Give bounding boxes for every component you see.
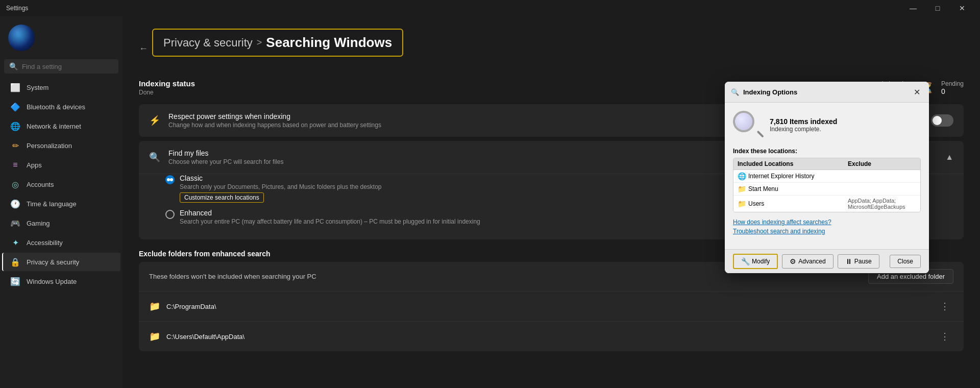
maximize-button[interactable]: □ bbox=[926, 0, 949, 16]
pause-label: Pause bbox=[854, 258, 872, 265]
sidebar-item-apps[interactable]: ≡ Apps bbox=[2, 156, 120, 174]
dialog-body: 7,810 Items indexed Indexing complete. I… bbox=[725, 103, 929, 249]
sidebar-label-system: System bbox=[27, 84, 48, 91]
magnifier-circle bbox=[733, 111, 754, 132]
back-button[interactable]: ← bbox=[139, 43, 148, 54]
apps-icon: ≡ bbox=[10, 160, 20, 170]
folder-more-1[interactable]: ⋮ bbox=[936, 329, 953, 344]
sidebar-label-apps: Apps bbox=[27, 161, 42, 169]
magnifier-handle bbox=[757, 131, 764, 138]
exclude-header-text: These folders won't be included when sea… bbox=[149, 273, 316, 280]
folder-left-1: 📁 C:\Users\Default\AppData\ bbox=[149, 331, 244, 342]
customize-link-btn[interactable]: Customize search locations bbox=[180, 192, 264, 203]
folder-left-0: 📁 C:\ProgramData\ bbox=[149, 301, 216, 312]
pending-label: Pending bbox=[941, 80, 964, 87]
titlebar: Settings — □ ✕ bbox=[0, 0, 980, 16]
indexing-left: Indexing status Done bbox=[139, 79, 195, 96]
find-files-info: Find my files Choose where your PC will … bbox=[168, 149, 283, 165]
power-desc: Change how and when indexing happens bas… bbox=[168, 122, 381, 129]
dialog-modify-button[interactable]: 🔧 Modify bbox=[733, 254, 778, 269]
breadcrumb-current: Searching Windows bbox=[266, 35, 392, 51]
update-icon: 🔄 bbox=[10, 276, 20, 286]
sidebar-item-personalization[interactable]: ✏ Personalization bbox=[2, 136, 120, 155]
search-input[interactable] bbox=[22, 63, 113, 70]
enhanced-info: Enhanced Search your entire PC (may affe… bbox=[180, 209, 480, 225]
dialog-status-text: Indexing complete. bbox=[770, 126, 837, 133]
stat-pending-info: Pending 0 bbox=[941, 80, 964, 95]
dialog-close-button[interactable]: ✕ bbox=[911, 86, 923, 98]
loc-name-0: 🌐 Internet Explorer History bbox=[733, 170, 844, 182]
window-controls: — □ ✕ bbox=[901, 0, 974, 16]
app-title: Settings bbox=[6, 5, 28, 12]
sidebar-item-time[interactable]: 🕐 Time & language bbox=[2, 195, 120, 213]
sidebar-label-personalization: Personalization bbox=[27, 142, 72, 150]
sidebar: 🔍 ⬜ System 🔷 Bluetooth & devices 🌐 Netwo… bbox=[0, 16, 122, 388]
close-button[interactable]: ✕ bbox=[950, 0, 974, 16]
breadcrumb: Privacy & security > Searching Windows bbox=[152, 29, 403, 57]
dialog-title-text: Indexing Options bbox=[743, 88, 797, 96]
enhanced-radio[interactable] bbox=[165, 210, 175, 219]
accounts-icon: ◎ bbox=[10, 179, 20, 189]
find-files-title: Find my files bbox=[168, 149, 283, 157]
system-icon: ⬜ bbox=[10, 82, 20, 92]
dialog-link-2[interactable]: Troubleshoot search and indexing bbox=[733, 228, 921, 235]
loc-folder-icon-0: 🌐 bbox=[738, 172, 746, 180]
sidebar-label-network: Network & internet bbox=[27, 123, 81, 130]
loc-name-text-1: Start Menu bbox=[748, 185, 778, 192]
locations-body: 🌐 Internet Explorer History 📁 Start Menu bbox=[733, 170, 920, 212]
network-icon: 🌐 bbox=[10, 121, 20, 131]
folder-path-0: C:\ProgramData\ bbox=[166, 303, 216, 310]
power-info: Respect power settings when indexing Cha… bbox=[168, 112, 381, 129]
accessibility-icon: ✦ bbox=[10, 237, 20, 248]
gaming-icon: 🎮 bbox=[10, 218, 20, 228]
find-files-left: 🔍 Find my files Choose where your PC wil… bbox=[149, 149, 283, 165]
sidebar-item-accessibility[interactable]: ✦ Accessibility bbox=[2, 233, 120, 252]
dialog-title-left: 🔍 Indexing Options bbox=[731, 88, 797, 96]
classic-radio[interactable] bbox=[165, 175, 175, 184]
sidebar-item-privacy[interactable]: 🔒 Privacy & security bbox=[2, 253, 120, 271]
col-exclude: Exclude bbox=[844, 158, 920, 169]
loc-exclude-2: AppData; AppData; MicrosoftEdgeBackups bbox=[844, 196, 920, 212]
enhanced-title: Enhanced bbox=[180, 209, 480, 217]
dialog-advanced-button[interactable]: ⚙ Advanced bbox=[782, 254, 833, 269]
dialog-count: 7,810 Items indexed bbox=[770, 117, 837, 126]
indexing-options-dialog: 🔍 Indexing Options ✕ 7,810 Items indexed… bbox=[725, 82, 929, 273]
bluetooth-icon: 🔷 bbox=[10, 102, 20, 112]
pause-icon: ⏸ bbox=[845, 257, 852, 265]
folder-path-1: C:\Users\Default\AppData\ bbox=[166, 333, 244, 341]
dialog-status: 7,810 Items indexed Indexing complete. bbox=[733, 111, 921, 139]
loc-name-text-0: Internet Explorer History bbox=[748, 173, 814, 180]
loc-folder-icon-1: 📁 bbox=[738, 185, 746, 193]
loc-name-1: 📁 Start Menu bbox=[733, 183, 844, 195]
sidebar-item-network[interactable]: 🌐 Network & internet bbox=[2, 117, 120, 135]
sidebar-item-update[interactable]: 🔄 Windows Update bbox=[2, 272, 120, 290]
folder-more-0[interactable]: ⋮ bbox=[936, 299, 953, 314]
sidebar-item-gaming[interactable]: 🎮 Gaming bbox=[2, 214, 120, 232]
sidebar-item-system[interactable]: ⬜ System bbox=[2, 78, 120, 96]
modify-label: Modify bbox=[752, 258, 770, 265]
power-toggle[interactable] bbox=[931, 114, 953, 127]
sidebar-item-accounts[interactable]: ◎ Accounts bbox=[2, 175, 120, 193]
personalization-icon: ✏ bbox=[10, 140, 20, 151]
indexing-done: Done bbox=[139, 89, 195, 96]
sidebar-label-accounts: Accounts bbox=[27, 181, 54, 188]
power-icon: ⚡ bbox=[149, 115, 160, 126]
magnifier-icon bbox=[733, 111, 762, 139]
folder-row-0: 📁 C:\ProgramData\ ⋮ bbox=[139, 292, 964, 322]
loc-row-2: 📁 Users AppData; AppData; MicrosoftEdgeB… bbox=[733, 196, 920, 212]
dialog-title-icon: 🔍 bbox=[731, 88, 739, 96]
dialog-close-btn[interactable]: Close bbox=[890, 255, 921, 268]
loc-exclude-0 bbox=[844, 174, 920, 178]
search-box[interactable]: 🔍 bbox=[4, 59, 118, 74]
sidebar-label-bluetooth: Bluetooth & devices bbox=[27, 103, 85, 111]
dialog-titlebar: 🔍 Indexing Options ✕ bbox=[725, 82, 929, 103]
dialog-links: How does indexing affect searches? Troub… bbox=[733, 219, 921, 235]
index-locations-label: Index these locations: bbox=[733, 148, 921, 155]
dialog-pause-button[interactable]: ⏸ Pause bbox=[838, 254, 879, 269]
search-icon: 🔍 bbox=[9, 62, 18, 70]
dialog-link-1[interactable]: How does indexing affect searches? bbox=[733, 219, 921, 226]
minimize-button[interactable]: — bbox=[901, 0, 925, 16]
find-files-desc: Choose where your PC will search for fil… bbox=[168, 158, 283, 165]
avatar bbox=[8, 25, 35, 51]
sidebar-item-bluetooth[interactable]: 🔷 Bluetooth & devices bbox=[2, 98, 120, 116]
